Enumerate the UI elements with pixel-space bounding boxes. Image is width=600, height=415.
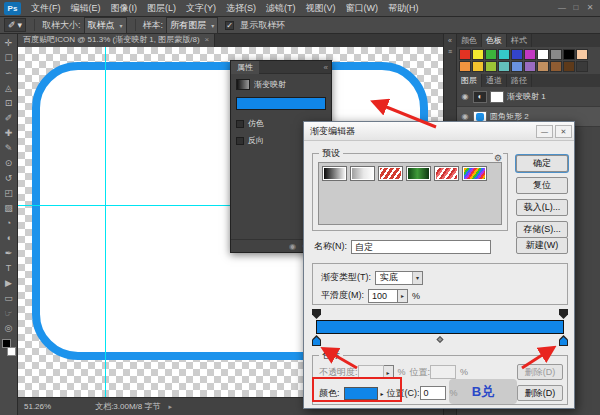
midpoint-marker[interactable] bbox=[436, 336, 443, 343]
load-button[interactable]: 载入(L)... bbox=[516, 199, 568, 216]
tab-properties[interactable]: 属性 bbox=[231, 61, 259, 74]
color-swatch[interactable] bbox=[550, 61, 562, 72]
tool-preset-picker[interactable]: ✐ ▾ bbox=[4, 18, 26, 32]
dither-checkbox[interactable] bbox=[236, 120, 244, 128]
color-swatch[interactable] bbox=[563, 49, 575, 60]
gradient-preset[interactable] bbox=[462, 166, 487, 181]
eye-icon[interactable]: ◉ bbox=[460, 92, 470, 101]
status-flyout-icon[interactable]: ▸ bbox=[169, 403, 173, 411]
menu-item[interactable]: 视图(V) bbox=[301, 0, 341, 16]
visibility-icon[interactable]: ◉ bbox=[289, 242, 296, 251]
gradient-preset[interactable] bbox=[406, 166, 431, 181]
sample-size-dropdown[interactable]: 取样点 ▾ bbox=[84, 17, 127, 34]
show-ring-checkbox[interactable]: ✓ bbox=[225, 21, 234, 30]
tab-styles[interactable]: 样式 bbox=[507, 34, 532, 47]
menu-item[interactable]: 帮助(H) bbox=[383, 0, 424, 16]
foreground-color-swatch[interactable] bbox=[2, 339, 11, 348]
tool-button[interactable]: ◔ bbox=[1, 215, 17, 230]
tool-button[interactable]: ◬ bbox=[1, 80, 17, 95]
position-input[interactable] bbox=[430, 365, 456, 379]
tab-color[interactable]: 颜色 bbox=[457, 34, 482, 47]
color-swatch[interactable] bbox=[550, 49, 562, 60]
color-swatch[interactable] bbox=[511, 61, 523, 72]
tool-button[interactable]: ◖ bbox=[1, 230, 17, 245]
panel-list-icon[interactable]: ≡ bbox=[448, 48, 452, 55]
flyout-arrow-icon[interactable]: ▸ bbox=[398, 289, 408, 303]
color-swatch[interactable] bbox=[485, 49, 497, 60]
tool-button[interactable]: ◎ bbox=[1, 320, 17, 335]
delete-color-button[interactable]: 删除(D) bbox=[517, 385, 563, 401]
gradient-preview[interactable] bbox=[236, 97, 326, 110]
window-control-icon[interactable]: □ bbox=[569, 0, 583, 16]
tab-layers[interactable]: 图层 bbox=[457, 74, 482, 87]
menu-item[interactable]: 文件(F) bbox=[26, 0, 66, 16]
color-swatch[interactable] bbox=[524, 49, 536, 60]
menu-item[interactable]: 文字(Y) bbox=[181, 0, 221, 16]
ok-button[interactable]: 确定 bbox=[516, 155, 568, 172]
menu-item[interactable]: 图像(I) bbox=[106, 0, 143, 16]
color-stop-right[interactable] bbox=[559, 335, 568, 346]
position-c-input[interactable]: 0 bbox=[420, 386, 446, 400]
collapse-icon[interactable]: « bbox=[324, 63, 331, 72]
close-icon[interactable]: ✕ bbox=[555, 125, 572, 138]
color-stop-left[interactable] bbox=[312, 335, 321, 346]
reset-button[interactable]: 复位 bbox=[516, 177, 568, 194]
tool-button[interactable]: ✐ bbox=[1, 110, 17, 125]
color-swatch[interactable] bbox=[459, 49, 471, 60]
color-swatch[interactable] bbox=[576, 61, 588, 72]
tool-button[interactable]: ✒ bbox=[1, 245, 17, 260]
tool-button[interactable]: ☞ bbox=[1, 305, 17, 320]
tab-paths[interactable]: 路径 bbox=[507, 74, 532, 87]
menu-item[interactable]: 滤镜(T) bbox=[261, 0, 301, 16]
background-color-swatch[interactable] bbox=[7, 347, 16, 356]
tool-button[interactable]: ✎ bbox=[1, 140, 17, 155]
layer-row-gradient-map[interactable]: ◉ ◐ 渐变映射 1 bbox=[457, 87, 600, 107]
color-swatch[interactable] bbox=[576, 49, 588, 60]
window-control-icon[interactable]: — bbox=[555, 0, 569, 16]
name-input[interactable]: 自定 bbox=[351, 240, 491, 254]
gradient-preset[interactable] bbox=[350, 166, 375, 181]
document-tab[interactable]: 百度贴吧ICON @ 51.3% (渐变映射 1, 图层蒙版/8) × bbox=[18, 34, 215, 47]
tool-button[interactable]: ✛ bbox=[1, 35, 17, 50]
gradient-preset[interactable] bbox=[322, 166, 347, 181]
color-swatch[interactable] bbox=[524, 61, 536, 72]
tab-swatches[interactable]: 色板 bbox=[482, 34, 507, 47]
color-swatch[interactable] bbox=[537, 49, 549, 60]
opacity-input[interactable] bbox=[358, 365, 384, 379]
sample-dropdown[interactable]: 所有图层 ▾ bbox=[166, 17, 218, 34]
tool-button[interactable]: T bbox=[1, 260, 17, 275]
menu-item[interactable]: 窗口(W) bbox=[341, 0, 384, 16]
menu-item[interactable]: 编辑(E) bbox=[66, 0, 106, 16]
reverse-checkbox[interactable] bbox=[236, 137, 244, 145]
tab-channels[interactable]: 通道 bbox=[482, 74, 507, 87]
smoothness-input[interactable]: 100 bbox=[368, 289, 398, 303]
color-swatch[interactable] bbox=[511, 49, 523, 60]
color-swatch[interactable] bbox=[498, 49, 510, 60]
dialog-title-bar[interactable]: 渐变编辑器 — ✕ bbox=[304, 122, 574, 141]
layer-mask-thumbnail[interactable] bbox=[490, 91, 504, 103]
color-swatch[interactable] bbox=[485, 61, 497, 72]
tool-button[interactable]: ▶ bbox=[1, 275, 17, 290]
close-icon[interactable]: × bbox=[205, 34, 210, 47]
tool-button[interactable]: ∽ bbox=[1, 65, 17, 80]
delete-opacity-button[interactable]: 删除(D) bbox=[517, 364, 563, 380]
tool-button[interactable]: ◰ bbox=[1, 185, 17, 200]
gradient-preset[interactable] bbox=[434, 166, 459, 181]
tool-button[interactable]: ↺ bbox=[1, 170, 17, 185]
opacity-stop-right[interactable] bbox=[559, 309, 568, 319]
color-swatch[interactable] bbox=[472, 61, 484, 72]
tool-button[interactable]: ☐ bbox=[1, 50, 17, 65]
menu-item[interactable]: 选择(S) bbox=[221, 0, 261, 16]
gradient-type-select[interactable]: 实底 ▾ bbox=[375, 271, 423, 285]
color-swatch[interactable] bbox=[537, 61, 549, 72]
color-swatch[interactable] bbox=[459, 61, 471, 72]
new-button[interactable]: 新建(W) bbox=[516, 237, 568, 254]
color-swatch[interactable] bbox=[498, 61, 510, 72]
tool-button[interactable]: ▭ bbox=[1, 290, 17, 305]
collapse-panels-icon[interactable]: « bbox=[448, 37, 452, 44]
tool-button[interactable]: ⊡ bbox=[1, 95, 17, 110]
window-control-icon[interactable]: ✕ bbox=[583, 0, 597, 16]
color-swatch[interactable] bbox=[563, 61, 575, 72]
eye-icon[interactable]: ◉ bbox=[460, 112, 470, 121]
save-button[interactable]: 存储(S)... bbox=[516, 221, 568, 238]
